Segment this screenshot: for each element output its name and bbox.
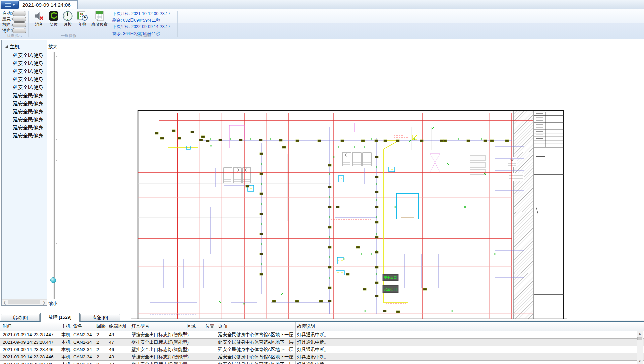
log-tab-start[interactable]: 启动 [0] <box>1 314 40 321</box>
chevron-down-icon <box>12 4 15 6</box>
tree-root-host[interactable]: 主机 <box>2 43 47 50</box>
table-cell: 灯具通讯中断。 <box>297 361 329 364</box>
column-header[interactable]: 主机 <box>61 322 70 331</box>
tree-item-host[interactable]: 延安全民健身 <box>2 124 47 132</box>
table-row[interactable]: 2021-09-09 14:23:28.447本机CAN2-34247壁挂安全出… <box>0 339 644 346</box>
app-root: 2021-09-09 14:24:06 启动:应急:故障:消声: 消音复位月检年… <box>0 0 644 364</box>
table-cell: 灯具通讯中断。 <box>297 346 329 353</box>
table-cell: 47 <box>109 339 114 346</box>
annual-check-button[interactable]: 年检 <box>75 11 89 34</box>
slider-tick <box>56 119 57 119</box>
table-cell: 灯具通讯中断。 <box>297 339 329 346</box>
column-header[interactable]: 灯具型号 <box>131 322 149 331</box>
table-row[interactable]: 2021-09-09 14:23:28.446本机CAN2-34243壁挂安全出… <box>0 353 644 361</box>
table-cell: 壁挂安全出口标志灯(智能型) <box>131 346 189 353</box>
column-header[interactable]: 位置 <box>205 322 214 331</box>
column-header[interactable]: 设备 <box>73 322 82 331</box>
status-row: 故障: <box>2 22 28 27</box>
table-cell: 48 <box>109 331 114 338</box>
table-cell: 2 <box>96 361 99 364</box>
table-vscrollbar[interactable]: ▲ ▼ <box>637 331 643 364</box>
tree-item-host[interactable]: 延安全民健身 <box>2 59 47 67</box>
table-cell: CAN2-34 <box>73 331 92 338</box>
group-separator <box>177 11 178 37</box>
status-lamp <box>12 22 26 27</box>
reset-icon <box>47 11 61 21</box>
selfcheck-line: 下次月检: 2021-10-12 00:23:17 <box>112 11 170 17</box>
monthly-check-button[interactable]: 月检 <box>61 11 75 34</box>
sidebar-hscrollbar[interactable]: ❮ ❯ <box>2 299 47 305</box>
scroll-up-button[interactable]: ▲ <box>637 331 643 336</box>
table-cell: CAN2-34 <box>73 346 92 353</box>
slider-tick <box>56 285 57 285</box>
status-row: 消声: <box>2 28 28 33</box>
table-cell: 2021-09-09 14:23:28.447 <box>3 339 54 346</box>
tree-item-host[interactable]: 延安全民健身 <box>2 132 47 140</box>
tree-expanded-icon[interactable] <box>5 45 8 48</box>
tree-item-host[interactable]: 延安全民健身 <box>2 108 47 116</box>
column-divider <box>217 322 217 364</box>
log-tab-emergency[interactable]: 应急 [0] <box>80 314 120 321</box>
plan-outer-border <box>131 108 567 319</box>
annual-check-icon <box>75 11 89 21</box>
column-header[interactable]: 页面 <box>218 322 227 331</box>
tree-item-host[interactable]: 延安全民健身 <box>2 116 47 124</box>
table-row[interactable]: 2021-09-09 14:23:28.445本机CAN2-34242壁挂安全出… <box>0 361 644 364</box>
tree-item-host[interactable]: 延安全民健身 <box>2 75 47 83</box>
status-label: 消声: <box>2 28 12 33</box>
table-cell: CAN2-34 <box>73 353 92 360</box>
table-cell: 本机 <box>61 353 70 360</box>
tree-item-host[interactable]: 延安全民健身 <box>2 83 47 92</box>
table-cell: 壁挂安全出口标志灯(智能型) <box>131 353 189 360</box>
zoom-slider-knob[interactable] <box>50 277 56 283</box>
zoom-out-label: 缩小 <box>48 301 57 307</box>
status-label: 启动: <box>2 11 12 16</box>
datetime-tab[interactable]: 2021-09-09 14:24:06 <box>19 0 78 9</box>
scroll-down-button[interactable]: ▼ <box>637 359 643 364</box>
zoom-slider-strip: 放大 缩小 <box>48 42 62 320</box>
scroll-right-button[interactable]: ❯ <box>41 300 47 305</box>
zoom-slider-track[interactable] <box>53 52 55 299</box>
evacuation-plan-button[interactable]: 疏散预案 <box>89 11 110 34</box>
column-header[interactable]: 区域 <box>187 322 196 331</box>
table-row[interactable]: 2021-09-09 14:23:28.446本机CAN2-34246壁挂安全出… <box>0 346 644 353</box>
slider-tick <box>56 181 57 181</box>
table-header: 时间主机设备回路终端地址灯具型号区域位置页面故障说明 <box>0 322 644 331</box>
column-header[interactable]: 回路 <box>96 322 106 331</box>
tree-item-host[interactable]: 延安全民健身 <box>2 100 47 108</box>
table-cell: 延安全民健身中心体育馆A区地下一层 <box>218 346 294 353</box>
scroll-left-button[interactable]: ❮ <box>2 300 7 305</box>
app-menu-button[interactable] <box>1 1 19 9</box>
tree-item-host[interactable]: 延安全民健身 <box>2 51 47 59</box>
slider-tick <box>56 160 57 161</box>
tree-item-host[interactable]: 延安全民健身 <box>2 92 47 100</box>
column-header[interactable]: 时间 <box>3 322 12 331</box>
tree-item-host[interactable]: 延安全民健身 <box>2 67 47 75</box>
column-header[interactable]: 终端地址 <box>109 322 127 331</box>
mute-button[interactable]: 消音 <box>31 11 47 34</box>
column-divider <box>185 322 185 364</box>
slider-tick <box>56 139 57 140</box>
status-row: 启动: <box>2 11 28 16</box>
table-cell: CAN2-34 <box>73 339 92 346</box>
column-header[interactable]: 故障说明 <box>297 322 315 331</box>
table-cell: 2021-09-09 14:23:28.447 <box>3 331 54 338</box>
tool-button-label: 复位 <box>47 22 61 27</box>
event-log-panel: 启动 [0]故障 [1529]应急 [0] 时间主机设备回路终端地址灯具型号区域… <box>0 313 644 364</box>
slider-tick <box>56 98 57 98</box>
table-row[interactable]: 2021-09-09 14:23:28.447本机CAN2-34248壁挂安全出… <box>0 331 644 339</box>
reset-button[interactable]: 复位 <box>47 11 61 34</box>
floor-plan[interactable]: 安全出口 安全出口 <box>130 107 568 319</box>
vscroll-thumb[interactable] <box>637 337 642 340</box>
table-cell: 灯具通讯中断。 <box>297 353 329 360</box>
selfcheck-line: 下次年检: 2022-09-09 14:23:17 <box>112 24 170 30</box>
status-lamp <box>12 28 26 33</box>
hscroll-thumb[interactable] <box>8 300 40 304</box>
selfcheck-line: 剩余: 032日09时59分11秒 <box>112 18 160 23</box>
mute-icon <box>31 11 47 21</box>
log-tab-fault[interactable]: 故障 [1529] <box>40 313 80 322</box>
plan-frame <box>138 111 564 319</box>
exit-sign-text: 安全出口 <box>384 276 397 279</box>
title-bar: 2021-09-09 14:24:06 <box>0 0 644 9</box>
zoom-in-label: 放大 <box>48 44 57 50</box>
